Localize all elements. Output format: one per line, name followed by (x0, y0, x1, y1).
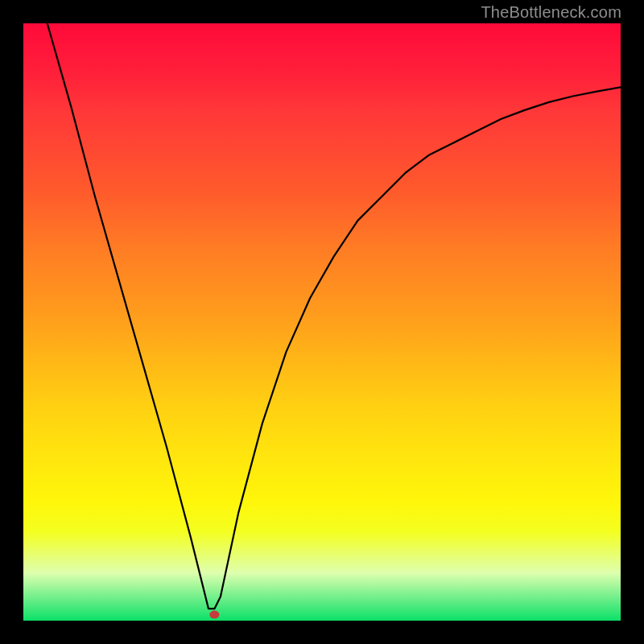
watermark-text: TheBottleneck.com (481, 3, 621, 22)
curve-path (47, 23, 621, 609)
bottleneck-curve (23, 23, 621, 621)
threshold-marker (209, 611, 219, 619)
chart-frame: TheBottleneck.com (0, 0, 644, 644)
